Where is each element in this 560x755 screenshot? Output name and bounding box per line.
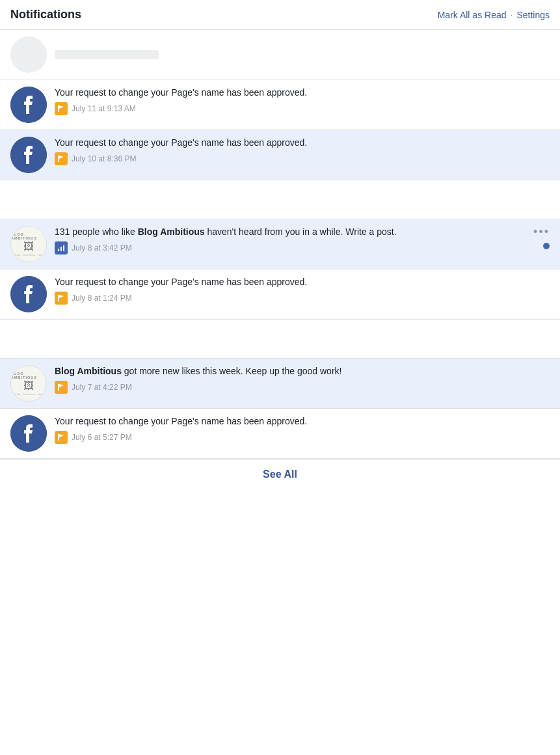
facebook-logo-icon [10, 137, 47, 173]
spacer-section [0, 320, 560, 359]
notification-meta: July 10 at 8:36 PM [55, 152, 550, 165]
settings-link[interactable]: Settings [516, 10, 550, 20]
facebook-logo-icon [10, 415, 47, 452]
blog-ambitious-avatar: BLOG AMBITIOUS 🖼 blog · business · life [10, 226, 47, 262]
flag-icon [55, 152, 68, 165]
facebook-logo-icon [10, 276, 47, 312]
notification-text: 131 people who like Blog Ambitious haven… [55, 226, 528, 239]
notification-text-span: Your request to change your Page's name … [55, 277, 307, 287]
flag-svg [57, 383, 65, 391]
svg-rect-6 [58, 249, 59, 251]
notification-item[interactable]: Your request to change your Page's name … [0, 80, 560, 130]
blog-avatar-bottom-text: blog · business · life [15, 253, 42, 256]
blog-avatar-icon: 🖼 [23, 380, 34, 392]
avatar-container [10, 137, 47, 173]
notification-content: Your request to change your Page's name … [55, 415, 550, 444]
svg-rect-8 [63, 245, 64, 251]
blog-avatar-top-text: BLOG AMBITIOUS [11, 372, 46, 379]
svg-marker-16 [59, 434, 64, 437]
svg-rect-1 [58, 105, 59, 112]
avatar [10, 137, 47, 173]
truncated-text-placeholder [55, 50, 159, 59]
notification-timestamp: July 7 at 4:22 PM [72, 383, 132, 392]
notification-item[interactable]: Your request to change your Page's name … [0, 130, 560, 180]
notification-text-after: got more new likes this week. Keep up th… [122, 366, 342, 376]
notification-timestamp: July 11 at 9:13 AM [72, 104, 136, 113]
notification-text: Your request to change your Page's name … [55, 87, 550, 100]
avatar-container [10, 87, 47, 123]
notification-content: 131 people who like Blog Ambitious haven… [55, 226, 528, 254]
notification-meta: July 11 at 9:13 AM [55, 102, 550, 115]
flag-svg [57, 433, 65, 441]
notification-timestamp: July 10 at 8:36 PM [72, 154, 136, 163]
svg-marker-2 [59, 105, 64, 109]
blog-avatar-icon: 🖼 [23, 241, 34, 253]
flag-svg [57, 105, 65, 113]
blog-ambitious-avatar: BLOG AMBITIOUS 🖼 blog · business · life [10, 365, 47, 402]
item-actions: ••• [533, 226, 550, 249]
notification-content: Your request to change your Page's name … [55, 276, 550, 305]
header-actions: Mark All as Read · Settings [438, 10, 550, 20]
unread-dot [543, 243, 550, 249]
blog-avatar-inner: BLOG AMBITIOUS 🖼 blog · business · life [11, 366, 46, 401]
truncated-notification [0, 30, 560, 80]
notification-meta: July 7 at 4:22 PM [55, 381, 550, 394]
blog-avatar-inner: BLOG AMBITIOUS 🖼 blog · business · life [11, 226, 46, 262]
svg-marker-13 [59, 384, 64, 387]
avatar-container: BLOG AMBITIOUS 🖼 blog · business · life [10, 365, 47, 402]
notifications-title: Notifications [10, 8, 81, 21]
mark-all-read-button[interactable]: Mark All as Read [438, 10, 507, 20]
chart-icon [55, 241, 68, 254]
facebook-logo-icon [10, 87, 47, 123]
notification-text: Your request to change your Page's name … [55, 137, 550, 150]
notification-meta: July 6 at 5:27 PM [55, 431, 550, 444]
header-dot-separator: · [511, 10, 513, 20]
more-options-button[interactable]: ••• [533, 226, 550, 238]
notification-item[interactable]: Your request to change your Page's name … [0, 409, 560, 459]
notification-meta: July 8 at 3:42 PM [55, 241, 528, 254]
notification-text-after: haven't heard from you in a while. Write… [205, 226, 397, 237]
notification-text-before: 131 people who like [55, 226, 138, 237]
svg-rect-10 [58, 295, 59, 301]
notification-item[interactable]: BLOG AMBITIOUS 🖼 blog · business · life … [0, 219, 560, 269]
svg-rect-12 [58, 384, 59, 391]
notification-text: Blog Ambitious got more new likes this w… [55, 365, 550, 378]
truncated-avatar [10, 36, 47, 73]
notification-meta: July 8 at 1:24 PM [55, 292, 550, 305]
flag-icon [55, 381, 68, 394]
avatar-container [10, 276, 47, 312]
avatar [10, 87, 47, 123]
notification-item[interactable]: Your request to change your Page's name … [0, 269, 560, 320]
svg-rect-15 [58, 434, 59, 441]
svg-rect-4 [58, 156, 59, 162]
notification-item[interactable]: BLOG AMBITIOUS 🖼 blog · business · life … [0, 359, 560, 409]
svg-rect-7 [60, 247, 62, 251]
svg-marker-11 [59, 295, 64, 298]
notifications-header: Notifications Mark All as Read · Setting… [0, 0, 560, 30]
see-all-button[interactable]: See All [263, 469, 297, 480]
avatar [10, 276, 47, 312]
notification-timestamp: July 8 at 1:24 PM [72, 294, 132, 303]
chart-svg [57, 244, 65, 252]
avatar [10, 415, 47, 452]
notification-text: Your request to change your Page's name … [55, 415, 550, 428]
notification-content: Your request to change your Page's name … [55, 87, 550, 115]
svg-marker-5 [59, 156, 64, 159]
notification-text-span: Your request to change your Page's name … [55, 416, 307, 426]
notification-text: Your request to change your Page's name … [55, 276, 550, 289]
blog-avatar-top-text: BLOG AMBITIOUS [11, 232, 46, 240]
notification-bold-name: Blog Ambitious [138, 226, 205, 237]
notification-timestamp: July 6 at 5:27 PM [72, 433, 132, 442]
notification-content: Your request to change your Page's name … [55, 137, 550, 165]
avatar-container: BLOG AMBITIOUS 🖼 blog · business · life [10, 226, 47, 262]
notification-text-span: Your request to change your Page's name … [55, 137, 307, 148]
avatar-container [10, 415, 47, 452]
flag-svg [57, 294, 65, 302]
flag-svg [57, 155, 65, 163]
flag-icon [55, 431, 68, 444]
notification-content: Blog Ambitious got more new likes this w… [55, 365, 550, 394]
spacer-section [0, 180, 560, 219]
flag-icon [55, 292, 68, 305]
notification-bold-name: Blog Ambitious [55, 366, 122, 376]
flag-icon [55, 102, 68, 115]
